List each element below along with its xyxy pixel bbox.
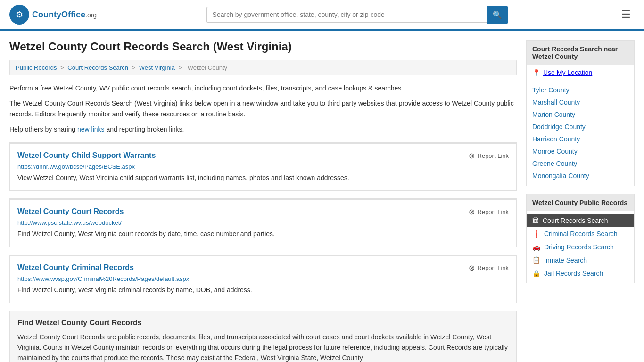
record-header: Wetzel County Criminal Records ⊗ Report … — [17, 263, 509, 272]
public-record-link[interactable]: Driving Records Search — [544, 243, 614, 251]
record-title[interactable]: Wetzel County Court Records — [17, 207, 124, 216]
public-record-link[interactable]: Criminal Records Search — [544, 230, 618, 238]
breadcrumb-sep3: > — [178, 64, 183, 71]
nearby-header: Court Records Search near Wetzel County — [527, 41, 634, 65]
nearby-county-link[interactable]: Marion County — [532, 111, 575, 118]
record-header: Wetzel County Court Records ⊗ Report Lin… — [17, 207, 509, 216]
report-label: Report Link — [478, 208, 509, 215]
nearby-county-link[interactable]: Doddridge County — [532, 123, 586, 131]
desc3-post: and reporting broken links. — [105, 125, 184, 133]
breadcrumb-court-records[interactable]: Court Records Search — [67, 64, 128, 71]
public-record-item[interactable]: 🔒 Jail Records Search — [527, 267, 634, 280]
list-item: Greene County — [527, 157, 634, 170]
list-item: Monongalia County — [527, 170, 634, 182]
search-button[interactable]: 🔍 — [487, 6, 508, 24]
record-title[interactable]: Wetzel County Criminal Records — [17, 263, 134, 272]
record-block: Wetzel County Court Records ⊗ Report Lin… — [9, 198, 517, 247]
pin-icon: 📍 — [532, 69, 540, 76]
nearby-county-link[interactable]: Tyler County — [532, 86, 570, 94]
pr-icon: ❗ — [532, 230, 540, 238]
public-records-list: 🏛 Court Records Search ❗ Criminal Record… — [527, 211, 634, 283]
nearby-county-link[interactable]: Marshall County — [532, 99, 580, 106]
report-icon: ⊗ — [469, 207, 475, 216]
logo-text: CountyOffice.org — [32, 10, 97, 20]
record-url[interactable]: https://dhhr.wv.gov/bcse/Pages/BCSE.aspx — [17, 163, 509, 170]
new-links-link[interactable]: new links — [77, 125, 105, 133]
report-icon: ⊗ — [469, 263, 475, 272]
logo-icon: ⚙ — [9, 5, 29, 25]
record-desc: Find Wetzel County, West Virginia crimin… — [17, 285, 509, 295]
description-2: The Wetzel County Court Records Search (… — [9, 98, 517, 119]
public-record-item[interactable]: 🏛 Court Records Search — [527, 214, 634, 227]
public-records-section: Wetzel County Public Records 🏛 Court Rec… — [526, 194, 635, 283]
pr-icon: 🔒 — [532, 270, 540, 277]
public-record-link[interactable]: Court Records Search — [543, 217, 608, 224]
breadcrumb: Public Records > Court Records Search > … — [9, 60, 517, 75]
main-content: Wetzel County Court Records Search (West… — [9, 40, 517, 362]
description-3: Help others by sharing new links and rep… — [9, 124, 517, 134]
public-record-item[interactable]: ❗ Criminal Records Search — [527, 227, 634, 240]
pr-icon: 📋 — [532, 256, 540, 264]
breadcrumb-sep2: > — [132, 64, 137, 71]
header: ⚙ CountyOffice.org 🔍 ☰ — [0, 0, 644, 31]
sidebar: Court Records Search near Wetzel County … — [526, 40, 635, 362]
menu-icon[interactable]: ☰ — [618, 7, 635, 23]
list-item: Marion County — [527, 108, 634, 121]
logo-area: ⚙ CountyOffice.org — [9, 5, 97, 25]
public-record-link[interactable]: Jail Records Search — [544, 270, 603, 277]
record-title[interactable]: Wetzel County Child Support Warrants — [17, 151, 156, 160]
search-input[interactable] — [206, 7, 487, 23]
search-area: 🔍 — [206, 6, 508, 24]
report-label: Report Link — [478, 264, 509, 272]
list-item: Tyler County — [527, 84, 634, 96]
record-block: Wetzel County Criminal Records ⊗ Report … — [9, 255, 517, 303]
find-section-text: Wetzel County Court Records are public r… — [17, 332, 509, 362]
report-link[interactable]: ⊗ Report Link — [469, 263, 509, 272]
list-item: Doddridge County — [527, 121, 634, 133]
nearby-county-list: Tyler CountyMarshall CountyMarion County… — [527, 80, 634, 186]
record-desc: Find Wetzel County, West Virginia court … — [17, 229, 509, 239]
report-link[interactable]: ⊗ Report Link — [469, 207, 509, 216]
list-item: Harrison County — [527, 133, 634, 145]
use-location[interactable]: 📍 Use My Location — [527, 65, 634, 80]
find-section-title: Find Wetzel County Court Records — [17, 319, 509, 327]
public-record-item[interactable]: 🚗 Driving Records Search — [527, 240, 634, 254]
record-url[interactable]: http://www.psc.state.wv.us/webdocket/ — [17, 219, 509, 226]
list-item: Monroe County — [527, 145, 634, 157]
record-header: Wetzel County Child Support Warrants ⊗ R… — [17, 151, 509, 160]
breadcrumb-west-virginia[interactable]: West Virginia — [139, 64, 175, 71]
find-section: Find Wetzel County Court Records Wetzel … — [9, 311, 517, 362]
pr-icon: 🏛 — [532, 217, 539, 224]
pr-icon: 🚗 — [532, 243, 540, 251]
page-title: Wetzel County Court Records Search (West… — [9, 40, 517, 53]
desc3-pre: Help others by sharing — [9, 125, 77, 133]
nearby-county-link[interactable]: Greene County — [532, 160, 577, 167]
nearby-section: Court Records Search near Wetzel County … — [526, 40, 635, 186]
public-records-header: Wetzel County Public Records — [527, 194, 634, 211]
breadcrumb-sep1: > — [60, 64, 66, 71]
breadcrumb-wetzel: Wetzel County — [188, 64, 227, 71]
record-block: Wetzel County Child Support Warrants ⊗ R… — [9, 142, 517, 191]
list-item: Marshall County — [527, 96, 634, 108]
report-icon: ⊗ — [469, 151, 475, 160]
record-url[interactable]: https://www.wvsp.gov/Criminal%20Records/… — [17, 275, 509, 282]
record-desc: View Wetzel County, West Virginia child … — [17, 173, 509, 183]
nearby-county-link[interactable]: Monongalia County — [532, 172, 589, 180]
content-wrapper: Wetzel County Court Records Search (West… — [0, 31, 644, 362]
nearby-county-link[interactable]: Harrison County — [532, 135, 580, 143]
breadcrumb-public-records[interactable]: Public Records — [16, 64, 57, 71]
public-record-link[interactable]: Inmate Search — [544, 256, 587, 264]
description-1: Perform a free Wetzel County, WV public … — [9, 83, 517, 93]
public-record-item[interactable]: 📋 Inmate Search — [527, 254, 634, 267]
nearby-county-link[interactable]: Monroe County — [532, 148, 578, 155]
report-label: Report Link — [478, 152, 509, 159]
report-link[interactable]: ⊗ Report Link — [469, 151, 509, 160]
records-container: Wetzel County Child Support Warrants ⊗ R… — [9, 142, 517, 303]
use-location-link[interactable]: Use My Location — [543, 69, 592, 76]
